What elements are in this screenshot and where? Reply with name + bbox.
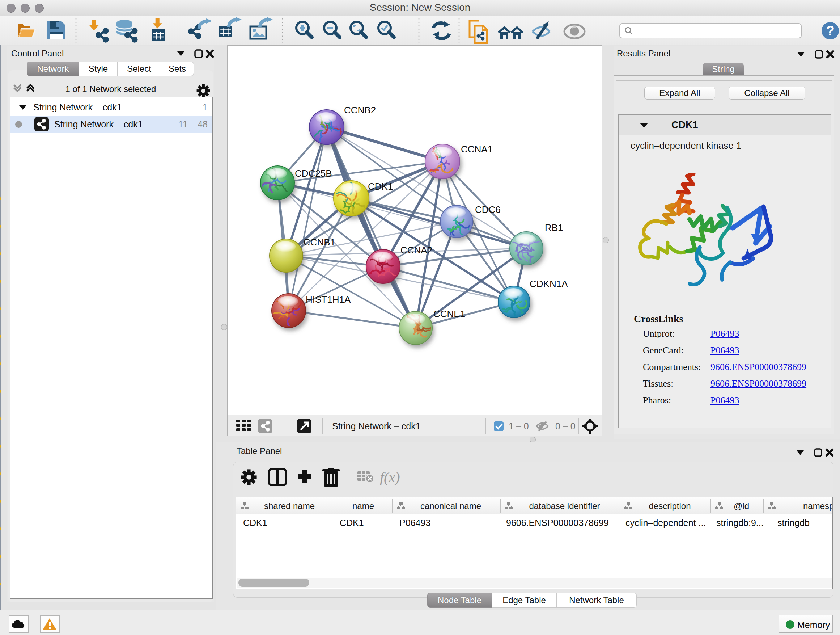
svg-text:name: name: [352, 501, 374, 511]
svg-text:database identifier: database identifier: [529, 501, 600, 511]
svg-text:String Network – cdk1: String Network – cdk1: [332, 421, 421, 431]
svg-text:f(x): f(x): [380, 469, 400, 486]
svg-text:CDC6: CDC6: [475, 204, 501, 215]
svg-text:CDKN1A: CDKN1A: [530, 279, 568, 289]
svg-text:CCNE1: CCNE1: [433, 309, 465, 319]
svg-text:?: ?: [826, 23, 834, 38]
svg-text:namespace: namespace: [803, 501, 832, 511]
svg-text:CDK1: CDK1: [368, 181, 393, 192]
svg-text:1 – 0: 1 – 0: [508, 421, 529, 431]
svg-text:canonical name: canonical name: [420, 501, 481, 511]
svg-text:CCNA2: CCNA2: [401, 245, 432, 256]
svg-text:@id: @id: [734, 501, 749, 511]
svg-text:0 – 0: 0 – 0: [555, 421, 576, 431]
svg-text:CDC25B: CDC25B: [295, 168, 332, 179]
svg-text:RB1: RB1: [545, 222, 563, 233]
svg-text:CCNA1: CCNA1: [461, 144, 493, 155]
svg-text:HIST1H1A: HIST1H1A: [306, 294, 351, 305]
svg-text:CCNB2: CCNB2: [344, 105, 376, 116]
svg-text:shared name: shared name: [264, 501, 315, 511]
svg-text:CCNB1: CCNB1: [303, 237, 335, 248]
svg-text:description: description: [649, 501, 691, 511]
